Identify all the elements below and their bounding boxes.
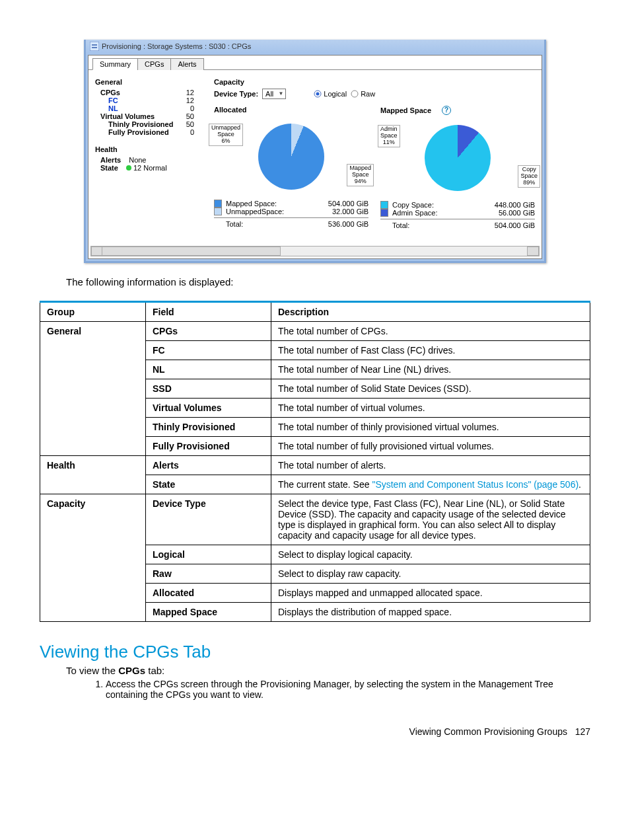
fc-label: FC (108, 96, 118, 104)
description-cell: The total number of Fast Class (FC) driv… (271, 341, 590, 360)
description-cell: Select the device type, Fast Class (FC),… (271, 494, 590, 545)
vv-label: Virtual Volumes (100, 112, 155, 120)
description-cell: The total number of alerts. (271, 456, 590, 475)
horizontal-scrollbar[interactable] (90, 246, 540, 256)
description-cell: Select to display logical capacity. (271, 545, 590, 564)
field-cell: Thinly Provisioned (146, 418, 271, 437)
field-cell: State (146, 475, 271, 494)
allocated-chart-block: Allocated UnmappedSpace6% MappedSpace94%… (214, 106, 368, 229)
capacity-header: Capacity (214, 78, 535, 86)
tab-summary[interactable]: Summary (92, 58, 138, 70)
thin-label: Thinly Provisioned (108, 120, 173, 128)
field-cell: Alerts (146, 456, 271, 475)
swatch-admin-icon (380, 209, 388, 217)
health-header: Health (95, 145, 194, 153)
mapped-pie-icon (425, 125, 491, 191)
allocated-pie-icon (258, 124, 324, 190)
full-label: Fully Provisioned (108, 128, 169, 136)
field-cell: Virtual Volumes (146, 399, 271, 418)
svg-rect-2 (92, 47, 97, 48)
window-titlebar: Provisioning : Storage Systems : S030 : … (86, 40, 544, 53)
group-cell: General (40, 322, 146, 456)
description-cell: The total number of Solid State Devices … (271, 379, 590, 399)
allocated-mapped-callout: MappedSpace94% (347, 164, 374, 186)
table-row: CapacityDevice TypeSelect the device typ… (40, 494, 590, 545)
col-description: Description (271, 302, 590, 322)
mapped-chart-block: Mapped Space ? AdminSpace11% CopySpace89… (380, 106, 535, 229)
col-group: Group (40, 302, 146, 322)
cross-reference-link[interactable]: "System and Component Status Icons" (pag… (372, 479, 578, 490)
mapped-title: Mapped Space (380, 106, 431, 114)
swatch-copy-icon (380, 201, 388, 209)
swatch-mapped-icon (214, 200, 222, 208)
description-cell: Displays mapped and unmapped allocated s… (271, 584, 590, 603)
group-cell: Health (40, 456, 146, 494)
cpgs-label: CPGs (100, 89, 120, 96)
device-type-dropdown[interactable]: All (262, 89, 286, 99)
description-cell: The total number of fully provisioned vi… (271, 437, 590, 456)
field-cell: Fully Provisioned (146, 437, 271, 456)
step-1: Access the CPGs screen through the Provi… (106, 679, 564, 700)
svg-point-5 (351, 91, 358, 97)
general-header: General (95, 78, 194, 86)
description-cell: The total number of thinly provisioned v… (271, 418, 590, 437)
help-icon[interactable]: ? (442, 106, 451, 115)
description-cell: Displays the distribution of mapped spac… (271, 603, 590, 622)
page-footer: Viewing Common Provisioning Groups 127 (40, 726, 590, 737)
section-intro: To view the CPGs tab: (66, 665, 564, 676)
mapped-copy-callout: CopySpace89% (518, 165, 540, 188)
field-cell: CPGs (146, 322, 271, 341)
cpgs-value: 12 (186, 89, 194, 96)
section-title: Viewing the CPGs Tab (40, 642, 590, 662)
radio-logical[interactable]: Logical (314, 90, 347, 98)
field-cell: Logical (146, 545, 271, 564)
description-cell: The current state. See "System and Compo… (271, 475, 590, 494)
vv-value: 50 (186, 112, 194, 120)
fc-value: 12 (186, 96, 194, 104)
mapped-admin-callout: AdminSpace11% (378, 125, 400, 147)
swatch-unmapped-icon (214, 208, 222, 215)
state-value: 12 Normal (126, 164, 167, 172)
description-cell: The total number of Near Line (NL) drive… (271, 360, 590, 379)
alerts-label: Alerts (100, 156, 121, 164)
svg-rect-1 (92, 44, 97, 46)
description-cell: Select to display raw capacity. (271, 564, 590, 584)
alerts-value: None (129, 156, 146, 164)
nl-label: NL (108, 104, 118, 112)
allocated-title: Allocated (214, 106, 368, 114)
tab-strip: Summary CPGs Alerts (88, 56, 542, 70)
field-cell: FC (146, 341, 271, 360)
description-cell: The total number of CPGs. (271, 322, 590, 341)
table-row: HealthAlertsThe total number of alerts. (40, 456, 590, 475)
nl-value: 0 (190, 104, 194, 112)
field-cell: Allocated (146, 584, 271, 603)
field-cell: Raw (146, 564, 271, 584)
provisioning-window: Provisioning : Storage Systems : S030 : … (84, 40, 546, 263)
svg-rect-0 (90, 42, 99, 51)
table-row: GeneralCPGsThe total number of CPGs. (40, 322, 590, 341)
field-description-table: Group Field Description GeneralCPGsThe t… (40, 301, 590, 622)
field-cell: Mapped Space (146, 603, 271, 622)
field-cell: Device Type (146, 494, 271, 545)
provisioning-icon (90, 42, 99, 51)
group-cell: Capacity (40, 494, 146, 622)
state-label: State (100, 164, 118, 172)
description-cell: The total number of virtual volumes. (271, 399, 590, 418)
thin-value: 50 (186, 120, 194, 128)
allocated-unmapped-callout: UnmappedSpace6% (209, 124, 243, 146)
full-value: 0 (190, 128, 194, 136)
tab-alerts[interactable]: Alerts (170, 58, 203, 70)
radio-raw[interactable]: Raw (351, 90, 375, 98)
tab-cpgs[interactable]: CPGs (137, 58, 171, 70)
svg-point-4 (316, 93, 320, 96)
field-cell: SSD (146, 379, 271, 399)
col-field: Field (146, 302, 271, 322)
window-title: Provisioning : Storage Systems : S030 : … (102, 42, 251, 50)
field-cell: NL (146, 360, 271, 379)
status-normal-icon (126, 165, 131, 171)
intro-text: The following information is displayed: (66, 276, 564, 287)
device-type-label: Device Type: (214, 90, 258, 98)
